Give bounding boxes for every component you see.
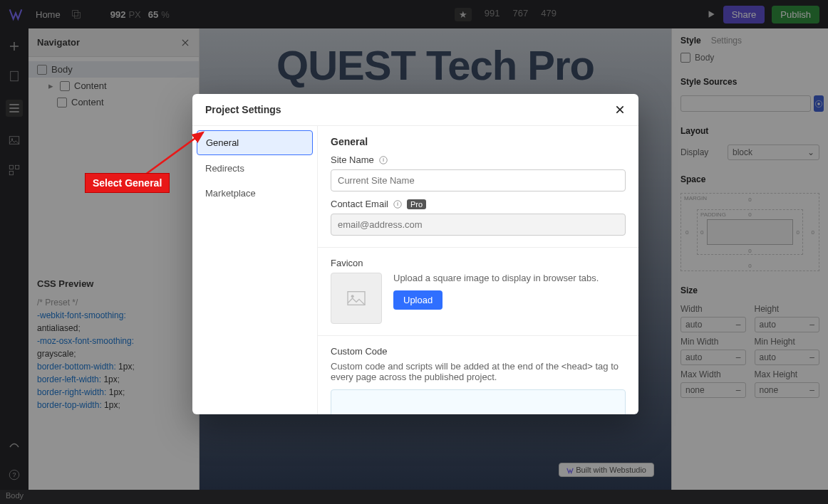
contact-email-input	[331, 214, 626, 236]
svg-point-17	[351, 295, 354, 298]
project-settings-modal: Project Settings General Redirects Marke…	[192, 94, 638, 414]
favicon-label: Favicon	[331, 258, 363, 268]
info-icon[interactable]: i	[378, 155, 388, 165]
custom-code-label: Custom Code	[331, 346, 387, 357]
pro-badge: Pro	[407, 199, 426, 209]
general-heading: General	[331, 136, 626, 147]
modal-tab-marketplace[interactable]: Marketplace	[197, 182, 313, 205]
upload-button[interactable]: Upload	[393, 290, 443, 310]
modal-sidebar: General Redirects Marketplace	[192, 126, 318, 414]
site-name-input[interactable]	[331, 169, 626, 191]
favicon-thumbnail	[331, 273, 382, 324]
modal-content: General Site Name i Contact Email i Pro …	[318, 126, 638, 414]
close-icon[interactable]	[614, 104, 626, 115]
site-name-label: Site Name	[331, 154, 374, 165]
modal-tab-redirects[interactable]: Redirects	[197, 157, 313, 180]
modal-title: Project Settings	[205, 104, 281, 115]
svg-text:i: i	[397, 201, 398, 206]
custom-code-input[interactable]	[331, 389, 626, 414]
favicon-description: Upload a square image to display in brow…	[393, 273, 599, 283]
custom-code-description: Custom code and scripts will be added at…	[331, 361, 626, 382]
svg-text:i: i	[383, 157, 384, 162]
modal-tab-general[interactable]: General	[197, 130, 313, 155]
annotation-callout: Select General	[85, 173, 170, 193]
info-icon[interactable]: i	[393, 199, 403, 209]
contact-email-label: Contact Email	[331, 199, 388, 209]
